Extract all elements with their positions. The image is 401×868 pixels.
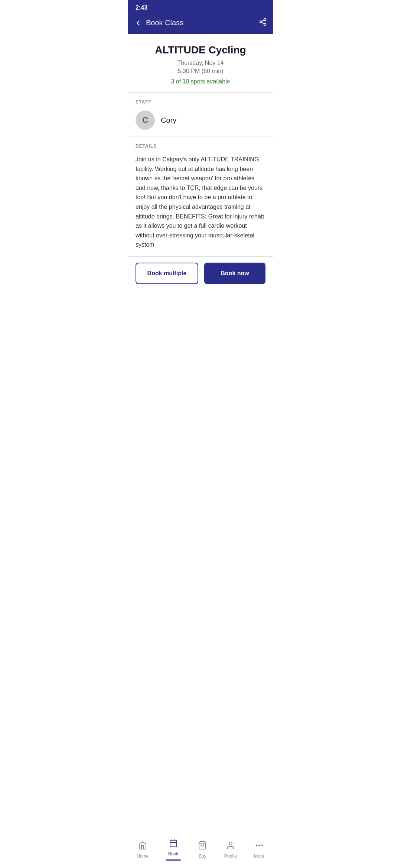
class-time: 5:30 PM (60 min) xyxy=(136,68,265,75)
staff-name: Cory xyxy=(161,116,176,125)
main-content: ALTITUDE Cycling Thursday, Nov 14 5:30 P… xyxy=(128,34,273,342)
staff-avatar: C xyxy=(136,111,155,130)
action-buttons: Book multiple Book now xyxy=(128,257,273,290)
staff-section: STAFF C Cory xyxy=(128,93,273,137)
svg-point-1 xyxy=(260,21,262,23)
status-bar: 2:43 xyxy=(128,0,273,14)
back-button[interactable] xyxy=(134,19,142,27)
share-icon xyxy=(259,18,267,26)
page-title: Book Class xyxy=(146,19,183,27)
status-time: 2:43 xyxy=(136,4,147,11)
class-info-section: ALTITUDE Cycling Thursday, Nov 14 5:30 P… xyxy=(128,34,273,93)
book-multiple-button[interactable]: Book multiple xyxy=(136,263,198,284)
staff-section-label: STAFF xyxy=(136,99,265,105)
details-text: Join us in Calgary's only ALTITUDE TRAIN… xyxy=(136,155,265,250)
class-name: ALTITUDE Cycling xyxy=(136,44,265,56)
details-section: DETAILS Join us in Calgary's only ALTITU… xyxy=(128,137,273,257)
header: Book Class xyxy=(128,14,273,34)
svg-point-0 xyxy=(264,19,266,21)
book-now-button[interactable]: Book now xyxy=(204,263,265,284)
svg-line-4 xyxy=(262,20,264,22)
svg-line-3 xyxy=(262,22,264,24)
details-section-label: DETAILS xyxy=(136,144,265,149)
staff-avatar-initial: C xyxy=(142,115,148,125)
share-button[interactable] xyxy=(259,18,267,28)
svg-point-2 xyxy=(264,23,266,25)
staff-item: C Cory xyxy=(136,111,265,130)
spots-available: 3 of 10 spots available xyxy=(136,78,265,85)
header-left: Book Class xyxy=(134,19,183,27)
class-date: Thursday, Nov 14 xyxy=(136,60,265,66)
back-arrow-icon xyxy=(134,19,142,27)
